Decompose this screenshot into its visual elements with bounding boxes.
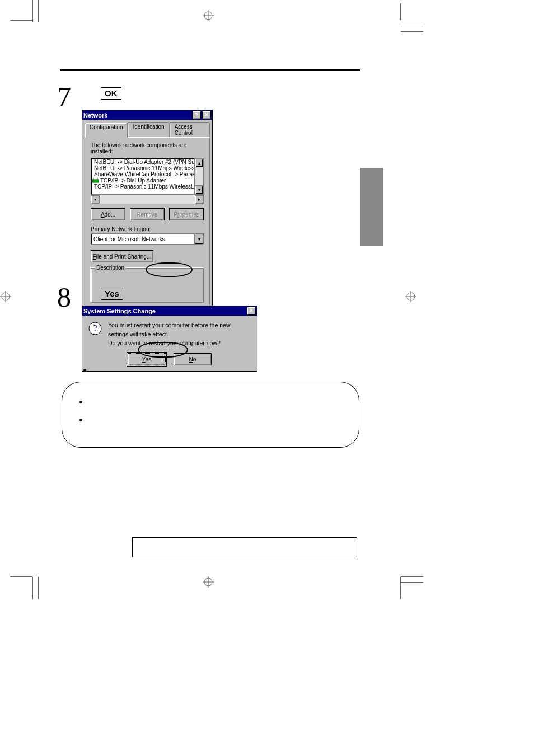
scroll-track[interactable] [100,195,195,204]
page: 7 OK Network ? ✕ Configuration Identific… [0,0,534,756]
add-button[interactable]: Add... [91,208,125,220]
note-line: ● [79,416,342,424]
cropmark [401,576,423,577]
scroll-left-button[interactable]: ◂ [91,195,100,204]
registration-mark-icon [0,291,11,302]
cropmark [401,582,423,583]
remove-button[interactable]: Remove [130,208,165,220]
cropmark [10,576,32,577]
primary-logon-select[interactable]: Client for Microsoft Networks ▾ [91,233,204,245]
titlebar[interactable]: Network ? ✕ [82,110,212,120]
svg-rect-21 [92,180,99,182]
dialog-title: System Settings Change [83,308,156,314]
bullet-dot: ● [79,416,83,424]
tab-panel: The following network components are ins… [85,137,210,309]
help-button[interactable]: ? [192,111,201,119]
cropmark [400,3,401,20]
chevron-down-icon[interactable]: ▾ [194,234,203,244]
tab-identification[interactable]: Identification [128,122,169,137]
step8-keycap: Yes [101,288,123,300]
cropmark [401,31,423,32]
step-number-8: 8 [57,281,71,313]
list-item[interactable]: ShareWave WhiteCap Protocol -> Panasonic… [91,171,194,177]
ok-highlight-ring [146,262,193,277]
registration-mark-icon [405,291,416,302]
protocol-icon [92,178,99,184]
button-row: Add... Remove Properties [91,208,204,220]
list-item[interactable]: NetBEUI -> Panasonic 11Mbps WirelessLAN … [91,165,194,171]
dialog-title: Network [83,112,107,119]
components-listbox[interactable]: NetBEUI -> Dial-Up Adapter #2 (VPN Suppo… [91,158,204,195]
cropmark [10,20,32,21]
cropmark [38,577,39,599]
note-bullet: ● [83,366,92,374]
note-line: ● [79,398,342,406]
scroll-down-button[interactable]: ▾ [195,185,203,194]
scroll-right-button[interactable]: ▸ [195,195,204,204]
select-value: Client for Microsoft Networks [91,236,194,242]
step-number-7: 7 [57,81,71,113]
scrollbar-horizontal[interactable]: ◂ ▸ [91,195,204,204]
tab-access-control[interactable]: Access Control [170,122,210,137]
scroll-up-button[interactable]: ▴ [195,158,203,167]
cropmark [38,0,39,22]
description-legend: Description [95,265,126,271]
ok-keycap: OK [101,87,121,100]
footer-box [132,537,357,557]
yes-keycap: Yes [101,288,123,300]
properties-button[interactable]: Properties [169,208,204,220]
scrollbar-vertical[interactable]: ▴ ▾ [194,158,203,194]
logon-label: Primary Network Logon: [91,226,204,232]
cropmark [400,577,401,599]
cropmark [401,26,423,26]
components-intro: The following network components are ins… [91,142,204,154]
cropmark [32,577,33,599]
scroll-track[interactable] [195,167,203,185]
list-item[interactable]: TCP/IP -> Dial-Up Adapter [91,177,194,184]
message-line1: You must restart your computer before th… [108,321,249,339]
bullet-dot: ● [83,366,87,374]
list-item[interactable]: NetBEUI -> Dial-Up Adapter #2 (VPN Suppo… [91,159,194,165]
close-button[interactable]: ✕ [247,307,256,315]
list-item[interactable]: TCP/IP -> Panasonic 11Mbps WirelessLAN P… [91,184,194,190]
tab-strip: Configuration Identification Access Cont… [85,122,210,137]
section-rule [60,69,360,71]
yes-highlight-ring [138,342,188,358]
question-icon: ? [88,321,102,336]
file-print-sharing-button[interactable]: File and Print Sharing... [91,250,153,262]
titlebar[interactable]: System Settings Change ✕ [82,306,257,316]
restart-dialog: System Settings Change ✕ ? You must rest… [82,306,257,372]
tab-configuration[interactable]: Configuration [85,123,128,138]
registration-mark-icon [203,10,214,21]
svg-text:?: ? [93,323,97,333]
registration-mark-icon [203,576,214,588]
list-items: NetBEUI -> Dial-Up Adapter #2 (VPN Suppo… [91,158,194,194]
close-button[interactable]: ✕ [202,111,211,119]
cropmark [32,0,33,22]
page-thumb-tab [360,168,383,246]
bullet-dot: ● [79,398,83,406]
step7-keycap: OK [101,87,121,100]
note-box: ● ● [62,382,359,448]
